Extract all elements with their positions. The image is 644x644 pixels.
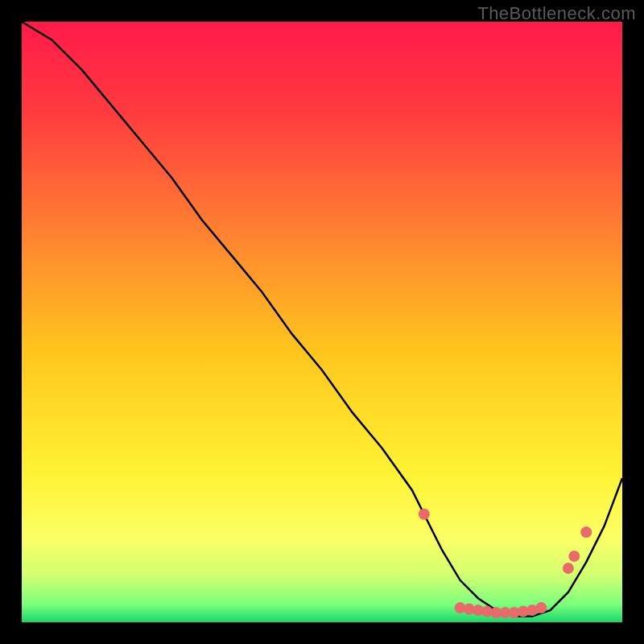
curve-marker: [535, 602, 547, 613]
watermark-text: TheBottleneck.com: [477, 3, 636, 24]
curve-marker: [568, 551, 580, 562]
curve-marker: [419, 509, 430, 520]
curve-marker: [580, 526, 592, 538]
plot-background: [22, 22, 622, 622]
chart-svg: [0, 0, 644, 644]
chart-stage: TheBottleneck.com: [0, 0, 644, 644]
curve-marker: [563, 563, 574, 574]
